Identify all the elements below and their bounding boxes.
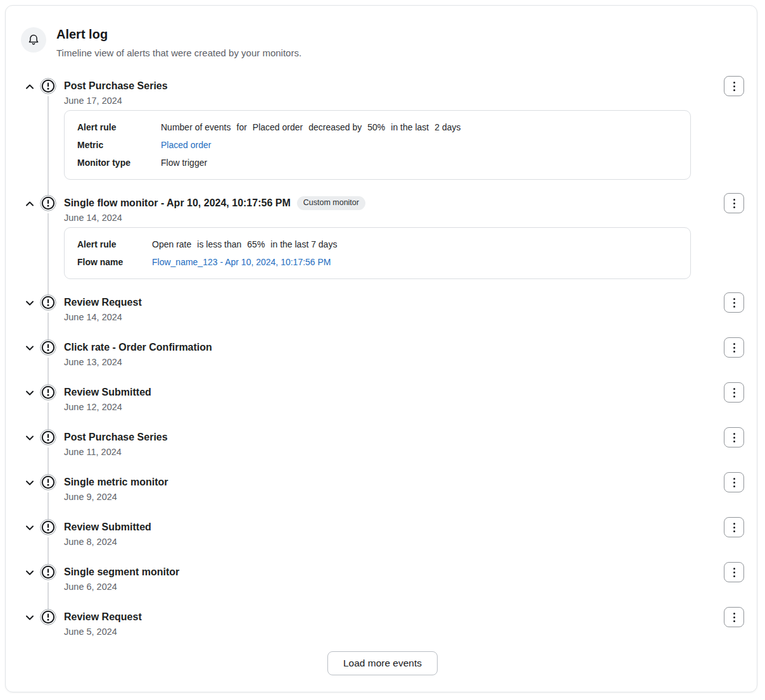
expand-toggle-button[interactable] (22, 520, 37, 535)
kebab-menu-icon (733, 613, 735, 615)
collapse-toggle-button[interactable] (22, 196, 37, 211)
alert-entry: Review Request June 5, 2024 (21, 609, 744, 639)
chevron-up-icon (25, 82, 35, 92)
entry-date: June 14, 2024 (64, 310, 716, 324)
page-subtitle: Timeline view of alerts that were create… (56, 47, 301, 59)
entry-date: June 8, 2024 (64, 535, 716, 549)
entry-content: Post Purchase Series June 17, 2024 Alert… (64, 78, 716, 180)
alert-circle-icon (40, 429, 56, 446)
expand-toggle-button[interactable] (22, 385, 37, 401)
entry-menu-button[interactable] (724, 193, 744, 213)
rule-segment: for (237, 122, 247, 133)
entry-date: June 13, 2024 (64, 355, 716, 369)
entry-title: Review Request (64, 295, 142, 310)
detail-value: Open rate is less than 65% in the last 7… (152, 239, 337, 250)
kebab-menu-icon (733, 199, 735, 201)
entry-menu-button[interactable] (724, 76, 744, 96)
chevron-down-icon (25, 388, 35, 398)
chevron-down-icon (25, 298, 35, 308)
entry-title: Review Submitted (64, 520, 151, 535)
alert-circle-icon (40, 78, 56, 94)
entry-date: June 11, 2024 (64, 445, 716, 459)
entry-content: Review Submitted June 12, 2024 (64, 385, 716, 414)
alert-entry: Single flow monitor - Apr 10, 2024, 10:1… (21, 196, 744, 295)
alert-circle-icon (40, 519, 56, 535)
alert-circle-icon (40, 339, 56, 356)
kebab-menu-icon (733, 298, 735, 300)
alert-log-card: Alert log Timeline view of alerts that w… (5, 5, 757, 692)
expand-toggle-button[interactable] (22, 565, 37, 580)
entry-menu-button[interactable] (724, 292, 744, 313)
chevron-up-icon (25, 199, 35, 209)
rule-segment: Open rate (152, 239, 191, 250)
entry-menu-button[interactable] (724, 427, 744, 447)
alert-details-card: Alert rule Open rate is less than 65% in… (64, 227, 691, 279)
chevron-down-icon (25, 433, 35, 443)
rule-segment: 50% (367, 122, 385, 133)
rule-segment: 2 days (434, 122, 460, 133)
entry-menu-button[interactable] (724, 517, 744, 537)
entry-title: Review Request (64, 609, 142, 625)
load-more-button[interactable]: Load more events (327, 651, 438, 675)
detail-row: Monitor type Flow trigger (77, 157, 678, 168)
rule-segment: 65% (247, 239, 265, 250)
page-title: Alert log (56, 26, 301, 42)
chevron-down-icon (25, 568, 35, 578)
chevron-down-icon (25, 478, 35, 488)
kebab-menu-icon (733, 523, 735, 525)
rule-segment: Number of events (161, 122, 231, 133)
kebab-menu-icon (733, 568, 735, 570)
entry-title: Single metric monitor (64, 475, 168, 490)
entry-title: Click rate - Order Confirmation (64, 340, 212, 355)
expand-toggle-button[interactable] (22, 296, 37, 311)
chevron-down-icon (25, 523, 35, 533)
expand-toggle-button[interactable] (22, 610, 37, 625)
rule-segment: in the last (391, 122, 429, 133)
footer: Load more events (21, 651, 744, 675)
entry-content: Review Request June 14, 2024 (64, 295, 716, 324)
alert-circle-icon (40, 384, 56, 401)
detail-label: Alert rule (77, 122, 161, 133)
kebab-menu-icon (733, 433, 735, 435)
entry-menu-button[interactable] (724, 337, 744, 358)
chevron-down-icon (25, 613, 35, 623)
entry-date: June 5, 2024 (64, 625, 716, 639)
entry-content: Single flow monitor - Apr 10, 2024, 10:1… (64, 196, 716, 279)
flow-name-link[interactable]: Flow_name_123 - Apr 10, 2024, 10:17:56 P… (152, 256, 331, 268)
alert-circle-icon (40, 294, 56, 311)
alert-entry: Review Request June 14, 2024 (21, 295, 744, 340)
alert-entry: Single segment monitor June 6, 2024 (21, 565, 744, 609)
entry-content: Review Request June 5, 2024 (64, 609, 716, 639)
detail-label: Monitor type (77, 157, 161, 168)
alert-entry: Click rate - Order Confirmation June 13,… (21, 340, 744, 385)
detail-value: Number of events for Placed order decrea… (161, 122, 461, 133)
metric-link[interactable]: Placed order (161, 139, 211, 151)
entry-content: Review Submitted June 8, 2024 (64, 520, 716, 549)
kebab-menu-icon (733, 478, 735, 480)
expand-toggle-button[interactable] (22, 475, 37, 491)
expand-toggle-button[interactable] (22, 341, 37, 356)
kebab-menu-icon (733, 343, 735, 345)
entry-date: June 14, 2024 (64, 211, 716, 225)
alert-circle-icon (40, 609, 56, 625)
alert-entry: Single metric monitor June 9, 2024 (21, 475, 744, 520)
collapse-toggle-button[interactable] (22, 79, 37, 94)
detail-row: Alert rule Number of events for Placed o… (77, 122, 678, 133)
rule-segment: is less than (197, 239, 241, 250)
entry-menu-button[interactable] (724, 472, 744, 492)
entry-content: Single metric monitor June 9, 2024 (64, 475, 716, 504)
alert-details-card: Alert rule Number of events for Placed o… (64, 110, 691, 180)
rule-segment: Placed order (253, 122, 303, 133)
entry-date: June 9, 2024 (64, 490, 716, 504)
entry-menu-button[interactable] (724, 607, 744, 627)
expand-toggle-button[interactable] (22, 430, 37, 446)
entry-title: Post Purchase Series (64, 78, 168, 94)
alert-timeline: Post Purchase Series June 17, 2024 Alert… (21, 78, 744, 639)
custom-monitor-badge: Custom monitor (297, 196, 365, 210)
detail-label: Metric (77, 139, 161, 151)
entry-menu-button[interactable] (724, 382, 744, 403)
entry-title: Review Submitted (64, 385, 151, 400)
entry-menu-button[interactable] (724, 562, 744, 582)
kebab-menu-icon (733, 388, 735, 390)
entry-title: Post Purchase Series (64, 430, 168, 445)
